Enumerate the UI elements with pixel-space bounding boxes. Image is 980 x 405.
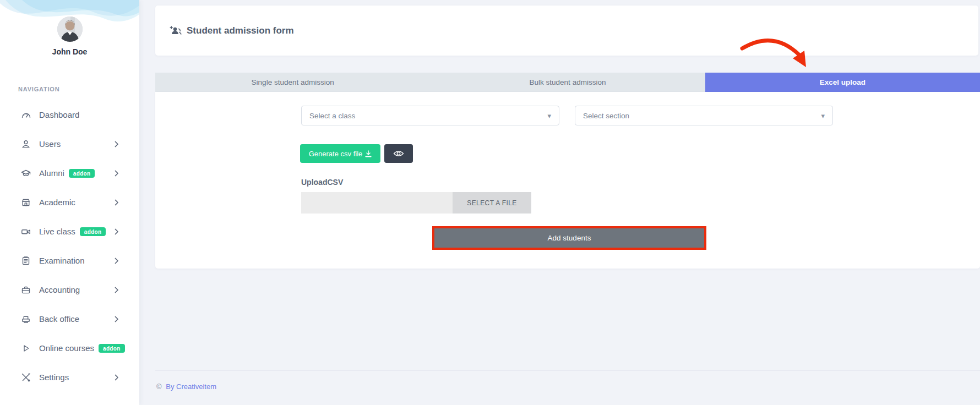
navigation-heading: NAVIGATION xyxy=(18,86,139,92)
academic-icon xyxy=(21,198,31,207)
sidebar-item-academic[interactable]: Academic xyxy=(0,188,139,217)
avatar-photo xyxy=(57,17,83,42)
accounting-icon xyxy=(21,285,31,295)
tab-single-student-admission[interactable]: Single student admission xyxy=(155,73,430,92)
sidebar-item-back-office[interactable]: Back office xyxy=(0,304,139,333)
live-class-icon xyxy=(21,227,31,237)
users-icon xyxy=(21,139,31,149)
tab-bulk-student-admission[interactable]: Bulk student admission xyxy=(430,73,705,92)
chevron-down-icon: ▾ xyxy=(821,112,825,120)
sidebar-item-label: Dashboard xyxy=(39,110,79,119)
chevron-right-icon xyxy=(115,374,118,381)
sidebar-item-accounting[interactable]: Accounting xyxy=(0,275,139,304)
class-select-value: Select a class xyxy=(309,112,355,120)
online-courses-icon xyxy=(21,343,31,353)
footer: © By Creativeitem xyxy=(155,370,980,391)
addon-badge: addon xyxy=(80,227,106,236)
avatar[interactable] xyxy=(57,17,83,42)
class-select[interactable]: Select a class ▾ xyxy=(301,106,559,125)
upload-csv-label: UploadCSV xyxy=(301,178,343,187)
sidebar-item-alumni[interactable]: Alumniaddon xyxy=(0,158,139,188)
sidebar-item-label: Examination xyxy=(39,256,85,265)
sidebar-item-label: Users xyxy=(39,139,61,149)
alumni-icon xyxy=(21,168,31,178)
chevron-right-icon xyxy=(115,316,118,322)
sidebar-nav: DashboardUsersAlumniaddonAcademicLive cl… xyxy=(0,100,139,392)
sidebar-item-label: Settings xyxy=(39,373,69,382)
page-title-text: Student admission form xyxy=(187,25,294,36)
chevron-right-icon xyxy=(115,141,118,147)
sidebar-item-dashboard[interactable]: Dashboard xyxy=(0,100,139,129)
sidebar-item-label: Live class xyxy=(39,227,75,236)
sidebar-header: John Doe xyxy=(0,0,139,62)
eye-icon xyxy=(393,150,404,157)
settings-icon xyxy=(21,373,31,382)
add-students-button[interactable]: Add students xyxy=(434,228,704,248)
creativeitem-link[interactable]: By Creativeitem xyxy=(166,382,216,391)
page-title: Student admission form xyxy=(170,25,294,36)
excel-upload-panel: Select a class ▾ Select section ▾ Genera… xyxy=(155,92,980,269)
select-file-button[interactable]: SELECT A FILE xyxy=(453,192,531,214)
dashboard-icon xyxy=(21,110,31,120)
tab-excel-upload[interactable]: Excel upload xyxy=(705,73,980,92)
annotation-highlight-box: Add students xyxy=(432,226,706,250)
sidebar-item-label: Alumni xyxy=(39,168,64,178)
section-select[interactable]: Select section ▾ xyxy=(575,106,833,125)
sidebar-item-label: Accounting xyxy=(39,285,80,294)
chevron-right-icon xyxy=(115,258,118,264)
sidebar-item-live-class[interactable]: Live classaddon xyxy=(0,217,139,246)
sidebar-item-label: Back office xyxy=(39,314,79,324)
back-office-icon xyxy=(21,314,31,324)
page-header-card: Student admission form xyxy=(155,6,978,56)
person-add-icon xyxy=(170,26,182,36)
generate-csv-label: Generate csv file xyxy=(309,150,363,158)
sidebar-item-online-courses[interactable]: Online coursesaddon xyxy=(0,333,139,363)
user-name: John Doe xyxy=(0,47,139,56)
sidebar-item-label: Academic xyxy=(39,198,75,207)
section-select-value: Select section xyxy=(583,112,629,120)
chevron-right-icon xyxy=(115,228,118,235)
sidebar-item-label: Online courses xyxy=(39,343,94,353)
admission-tabs: Single student admissionBulk student adm… xyxy=(155,73,980,92)
download-icon xyxy=(365,150,372,157)
sidebar-item-examination[interactable]: Examination xyxy=(0,246,139,275)
copyright-symbol: © xyxy=(156,382,162,391)
csv-file-input[interactable]: SELECT A FILE xyxy=(301,192,531,214)
chevron-right-icon xyxy=(115,287,118,293)
chevron-right-icon xyxy=(115,199,118,206)
examination-icon xyxy=(21,256,31,266)
sidebar-item-users[interactable]: Users xyxy=(0,129,139,158)
generate-csv-button[interactable]: Generate csv file xyxy=(300,144,380,163)
preview-button[interactable] xyxy=(384,144,413,163)
addon-badge: addon xyxy=(99,344,125,353)
sidebar-item-settings[interactable]: Settings xyxy=(0,363,139,392)
sidebar: John Doe NAVIGATION DashboardUsersAlumni… xyxy=(0,0,139,405)
addon-badge: addon xyxy=(69,169,95,178)
chevron-right-icon xyxy=(115,170,118,177)
chevron-down-icon: ▾ xyxy=(547,112,551,120)
